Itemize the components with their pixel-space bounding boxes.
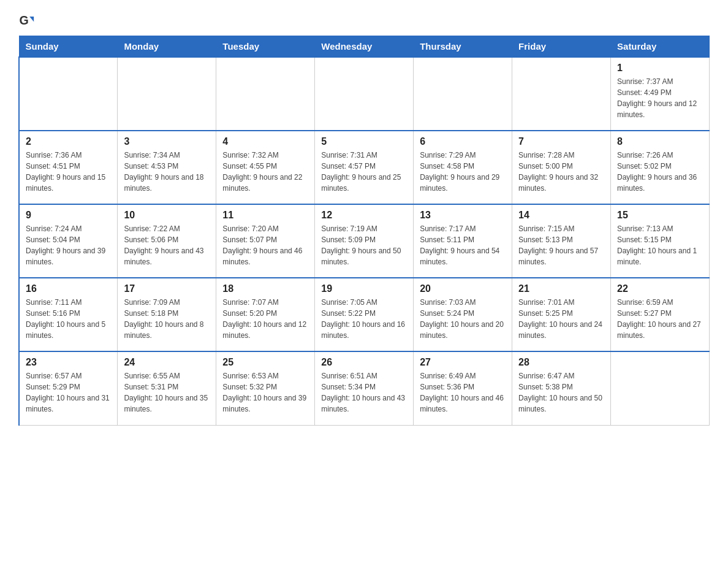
calendar-cell xyxy=(118,57,216,131)
day-info: Sunrise: 6:47 AMSunset: 5:38 PMDaylight:… xyxy=(518,370,604,415)
calendar-cell: 15Sunrise: 7:13 AMSunset: 5:15 PMDayligh… xyxy=(611,204,710,278)
day-info: Sunrise: 7:19 AMSunset: 5:09 PMDaylight:… xyxy=(321,223,407,267)
day-info: Sunrise: 6:53 AMSunset: 5:32 PMDaylight:… xyxy=(222,370,308,415)
day-number: 23 xyxy=(26,357,111,368)
week-row-5: 23Sunrise: 6:57 AMSunset: 5:29 PMDayligh… xyxy=(19,351,710,425)
calendar-cell: 20Sunrise: 7:03 AMSunset: 5:24 PMDayligh… xyxy=(414,278,512,351)
day-number: 17 xyxy=(124,283,210,294)
day-info: Sunrise: 7:32 AMSunset: 4:55 PMDaylight:… xyxy=(222,150,308,194)
calendar-cell xyxy=(414,57,512,131)
day-info: Sunrise: 7:13 AMSunset: 5:15 PMDaylight:… xyxy=(617,223,703,267)
calendar-cell: 21Sunrise: 7:01 AMSunset: 5:25 PMDayligh… xyxy=(512,278,611,351)
calendar-cell: 14Sunrise: 7:15 AMSunset: 5:13 PMDayligh… xyxy=(512,204,611,278)
day-number: 13 xyxy=(420,210,506,221)
week-row-4: 16Sunrise: 7:11 AMSunset: 5:16 PMDayligh… xyxy=(19,278,710,351)
day-number: 6 xyxy=(420,136,506,147)
day-number: 2 xyxy=(26,136,111,147)
day-number: 25 xyxy=(222,357,308,368)
day-number: 28 xyxy=(518,357,604,368)
day-info: Sunrise: 7:11 AMSunset: 5:16 PMDaylight:… xyxy=(26,297,111,341)
day-info: Sunrise: 7:22 AMSunset: 5:06 PMDaylight:… xyxy=(124,223,210,267)
day-info: Sunrise: 6:59 AMSunset: 5:27 PMDaylight:… xyxy=(617,297,703,341)
calendar-cell: 25Sunrise: 6:53 AMSunset: 5:32 PMDayligh… xyxy=(216,351,315,425)
calendar-cell: 3Sunrise: 7:34 AMSunset: 4:53 PMDaylight… xyxy=(118,131,216,204)
day-number: 24 xyxy=(124,357,210,368)
col-thursday: Thursday xyxy=(414,36,512,58)
day-info: Sunrise: 7:20 AMSunset: 5:07 PMDaylight:… xyxy=(222,223,308,267)
calendar-cell xyxy=(611,351,710,425)
day-info: Sunrise: 7:05 AMSunset: 5:22 PMDaylight:… xyxy=(321,297,407,341)
week-row-1: 1Sunrise: 7:37 AMSunset: 4:49 PMDaylight… xyxy=(19,57,710,131)
logo: G xyxy=(18,12,39,29)
day-number: 18 xyxy=(222,283,308,294)
calendar-cell xyxy=(315,57,414,131)
day-info: Sunrise: 7:36 AMSunset: 4:51 PMDaylight:… xyxy=(26,150,111,194)
day-info: Sunrise: 7:29 AMSunset: 4:58 PMDaylight:… xyxy=(420,150,506,194)
day-number: 3 xyxy=(124,136,210,147)
col-friday: Friday xyxy=(512,36,611,58)
calendar-header-row: Sunday Monday Tuesday Wednesday Thursday… xyxy=(19,36,710,58)
calendar-cell: 19Sunrise: 7:05 AMSunset: 5:22 PMDayligh… xyxy=(315,278,414,351)
calendar-cell: 6Sunrise: 7:29 AMSunset: 4:58 PMDaylight… xyxy=(414,131,512,204)
day-info: Sunrise: 7:03 AMSunset: 5:24 PMDaylight:… xyxy=(420,297,506,341)
day-number: 1 xyxy=(617,63,703,74)
col-tuesday: Tuesday xyxy=(216,36,315,58)
day-number: 15 xyxy=(617,210,703,221)
calendar-cell: 27Sunrise: 6:49 AMSunset: 5:36 PMDayligh… xyxy=(414,351,512,425)
calendar-cell: 28Sunrise: 6:47 AMSunset: 5:38 PMDayligh… xyxy=(512,351,611,425)
col-monday: Monday xyxy=(118,36,216,58)
calendar-cell xyxy=(19,57,118,131)
day-number: 7 xyxy=(518,136,604,147)
calendar-table: Sunday Monday Tuesday Wednesday Thursday… xyxy=(18,36,710,426)
col-wednesday: Wednesday xyxy=(315,36,414,58)
col-sunday: Sunday xyxy=(19,36,118,58)
calendar-cell: 2Sunrise: 7:36 AMSunset: 4:51 PMDaylight… xyxy=(19,131,118,204)
day-info: Sunrise: 6:57 AMSunset: 5:29 PMDaylight:… xyxy=(26,370,111,415)
calendar-cell: 11Sunrise: 7:20 AMSunset: 5:07 PMDayligh… xyxy=(216,204,315,278)
day-info: Sunrise: 7:24 AMSunset: 5:04 PMDaylight:… xyxy=(26,223,111,267)
page-header: G xyxy=(18,12,710,29)
day-number: 19 xyxy=(321,283,407,294)
day-number: 27 xyxy=(420,357,506,368)
week-row-3: 9Sunrise: 7:24 AMSunset: 5:04 PMDaylight… xyxy=(19,204,710,278)
calendar-cell: 7Sunrise: 7:28 AMSunset: 5:00 PMDaylight… xyxy=(512,131,611,204)
day-number: 11 xyxy=(222,210,308,221)
calendar-cell: 10Sunrise: 7:22 AMSunset: 5:06 PMDayligh… xyxy=(118,204,216,278)
day-number: 5 xyxy=(321,136,407,147)
calendar-cell: 22Sunrise: 6:59 AMSunset: 5:27 PMDayligh… xyxy=(611,278,710,351)
day-info: Sunrise: 6:51 AMSunset: 5:34 PMDaylight:… xyxy=(321,370,407,415)
logo-icon: G xyxy=(18,12,36,29)
day-number: 4 xyxy=(222,136,308,147)
calendar-cell: 5Sunrise: 7:31 AMSunset: 4:57 PMDaylight… xyxy=(315,131,414,204)
day-info: Sunrise: 7:07 AMSunset: 5:20 PMDaylight:… xyxy=(222,297,308,341)
day-number: 9 xyxy=(26,210,111,221)
calendar-cell: 9Sunrise: 7:24 AMSunset: 5:04 PMDaylight… xyxy=(19,204,118,278)
calendar-cell: 23Sunrise: 6:57 AMSunset: 5:29 PMDayligh… xyxy=(19,351,118,425)
day-number: 22 xyxy=(617,283,703,294)
col-saturday: Saturday xyxy=(611,36,710,58)
day-info: Sunrise: 7:37 AMSunset: 4:49 PMDaylight:… xyxy=(617,76,703,120)
day-info: Sunrise: 7:15 AMSunset: 5:13 PMDaylight:… xyxy=(518,223,604,267)
day-number: 14 xyxy=(518,210,604,221)
calendar-cell: 24Sunrise: 6:55 AMSunset: 5:31 PMDayligh… xyxy=(118,351,216,425)
calendar-cell: 17Sunrise: 7:09 AMSunset: 5:18 PMDayligh… xyxy=(118,278,216,351)
day-info: Sunrise: 7:31 AMSunset: 4:57 PMDaylight:… xyxy=(321,150,407,194)
calendar-cell xyxy=(216,57,315,131)
day-info: Sunrise: 7:01 AMSunset: 5:25 PMDaylight:… xyxy=(518,297,604,341)
day-number: 26 xyxy=(321,357,407,368)
day-info: Sunrise: 7:09 AMSunset: 5:18 PMDaylight:… xyxy=(124,297,210,341)
calendar-cell: 18Sunrise: 7:07 AMSunset: 5:20 PMDayligh… xyxy=(216,278,315,351)
calendar-cell: 16Sunrise: 7:11 AMSunset: 5:16 PMDayligh… xyxy=(19,278,118,351)
day-number: 12 xyxy=(321,210,407,221)
calendar-cell: 12Sunrise: 7:19 AMSunset: 5:09 PMDayligh… xyxy=(315,204,414,278)
day-info: Sunrise: 7:34 AMSunset: 4:53 PMDaylight:… xyxy=(124,150,210,194)
calendar-cell: 1Sunrise: 7:37 AMSunset: 4:49 PMDaylight… xyxy=(611,57,710,131)
calendar-cell xyxy=(512,57,611,131)
svg-text:G: G xyxy=(19,13,28,27)
calendar-cell: 8Sunrise: 7:26 AMSunset: 5:02 PMDaylight… xyxy=(611,131,710,204)
day-number: 20 xyxy=(420,283,506,294)
day-number: 21 xyxy=(518,283,604,294)
day-info: Sunrise: 7:26 AMSunset: 5:02 PMDaylight:… xyxy=(617,150,703,194)
calendar-cell: 26Sunrise: 6:51 AMSunset: 5:34 PMDayligh… xyxy=(315,351,414,425)
day-number: 16 xyxy=(26,283,111,294)
